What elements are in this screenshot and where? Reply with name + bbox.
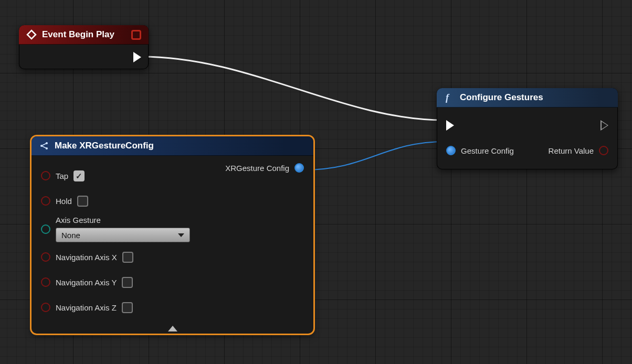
return-value-output-pin[interactable] bbox=[599, 146, 608, 155]
pin-label: Navigation Axis Y bbox=[56, 278, 117, 287]
tap-input-pin[interactable] bbox=[41, 171, 50, 180]
hold-checkbox[interactable] bbox=[77, 196, 88, 207]
node-title-text: Event Begin Play bbox=[42, 29, 114, 40]
xrgesture-config-output-pin[interactable] bbox=[294, 163, 304, 173]
nav-y-checkbox[interactable] bbox=[122, 277, 133, 288]
node-body: XRGesture Config Tap Hold Axis Gesture N… bbox=[31, 156, 313, 334]
make-struct-icon bbox=[39, 141, 49, 151]
node-title-text: Make XRGestureConfig bbox=[55, 141, 154, 151]
pin-label: Return Value bbox=[549, 146, 594, 155]
node-title-bar[interactable]: Make XRGestureConfig bbox=[31, 136, 313, 156]
pin-label: Axis Gesture bbox=[56, 216, 190, 224]
svg-text:f: f bbox=[446, 92, 450, 103]
node-title-bar[interactable]: Event Begin Play bbox=[19, 25, 149, 45]
exec-output-pin[interactable] bbox=[133, 52, 141, 62]
node-title-text: Configure Gestures bbox=[460, 92, 543, 103]
node-make-xrgestureconfig[interactable]: Make XRGestureConfig XRGesture Config Ta… bbox=[31, 136, 313, 334]
pin-label: Tap bbox=[56, 172, 68, 180]
node-title-bar[interactable]: f Configure Gestures bbox=[437, 88, 618, 108]
exec-wire bbox=[141, 57, 445, 120]
dropdown-value: None bbox=[61, 231, 80, 240]
nav-z-input-pin[interactable] bbox=[41, 303, 50, 312]
pin-label: XRGesture Config bbox=[225, 164, 289, 173]
exec-output-pin[interactable] bbox=[601, 120, 608, 131]
node-event-beginplay[interactable]: Event Begin Play bbox=[19, 25, 149, 69]
event-icon bbox=[26, 29, 37, 40]
nav-z-checkbox[interactable] bbox=[122, 302, 133, 313]
nav-x-input-pin[interactable] bbox=[41, 252, 50, 262]
function-icon: f bbox=[444, 92, 455, 103]
node-body: Gesture Config Return Value bbox=[437, 108, 618, 169]
pin-label: Hold bbox=[56, 197, 72, 206]
exec-input-pin[interactable] bbox=[446, 120, 454, 131]
axis-gesture-dropdown[interactable]: None bbox=[56, 228, 190, 242]
hold-input-pin[interactable] bbox=[41, 196, 50, 206]
delegate-pin[interactable] bbox=[131, 30, 141, 40]
nav-y-input-pin[interactable] bbox=[41, 277, 50, 287]
node-body bbox=[19, 45, 149, 69]
gesture-config-input-pin[interactable] bbox=[446, 146, 456, 155]
axis-gesture-input-pin[interactable] bbox=[41, 224, 50, 234]
tap-checkbox[interactable] bbox=[73, 170, 85, 181]
chevron-down-icon bbox=[178, 233, 184, 237]
nav-x-checkbox[interactable] bbox=[122, 252, 133, 263]
pin-label: Navigation Axis Z bbox=[56, 303, 117, 312]
pin-label: Navigation Axis X bbox=[56, 253, 117, 262]
pin-label: Gesture Config bbox=[461, 146, 514, 155]
node-configure-gestures[interactable]: f Configure Gestures Gesture Config Retu… bbox=[437, 88, 618, 169]
expand-toggle-icon[interactable] bbox=[168, 326, 177, 331]
struct-wire bbox=[303, 142, 446, 170]
